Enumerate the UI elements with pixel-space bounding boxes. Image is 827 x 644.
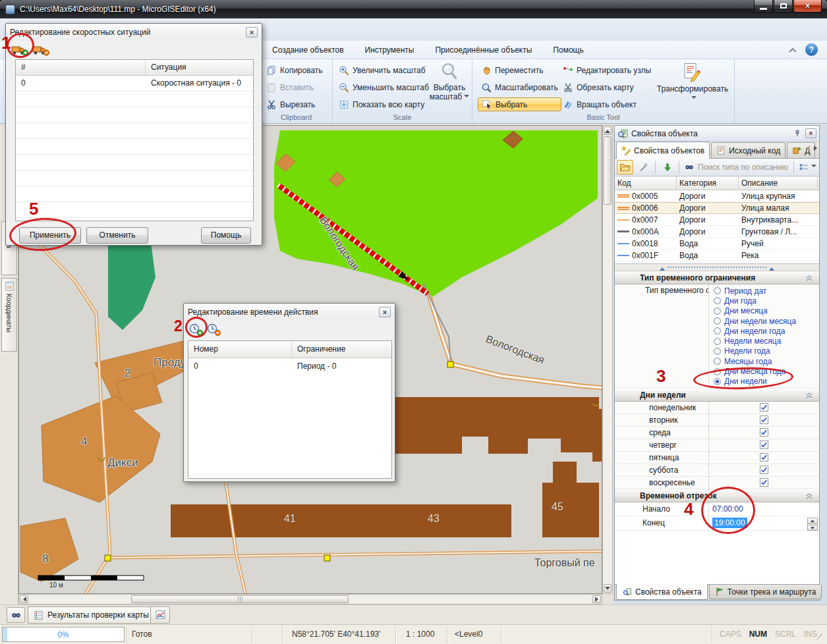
radio-option[interactable]: Дни недели года [712,326,816,336]
scroll-right-arrow[interactable] [592,595,601,603]
remove-situation-icon[interactable] [32,43,50,57]
checkbox-checked[interactable] [760,403,768,412]
help-button[interactable]: Помощь [201,227,251,244]
splitter-handle[interactable] [615,264,819,271]
radio-option[interactable]: Дни недели месяца [712,316,816,326]
dialog-title-bar[interactable]: Редактирование скоростных ситуаций × [6,24,262,41]
radio-option-selected[interactable]: Дни недели [712,377,816,387]
tab-object-properties-bottom[interactable]: Свойства объекта [616,584,708,600]
zoom-tool-button[interactable]: Масштабировать [478,80,561,94]
checkbox-checked[interactable] [760,428,768,437]
table-row[interactable]: 0x0007 Дороги Внутрикварта... [615,214,819,226]
tab-map-check-results[interactable]: Результаты проверки карты [28,606,155,624]
scroll-left-arrow[interactable] [20,595,28,603]
checkbox-checked[interactable] [760,466,768,474]
table-row[interactable]: 0x001F Вода Река [615,250,819,261]
search-type-placeholder[interactable]: Поиск типа по описанию [698,163,788,172]
tab-scroll-left-icon[interactable] [804,146,810,151]
sidebar-tab-coordinates[interactable]: Координаты [1,278,17,352]
scroll-down-arrow[interactable] [604,584,612,593]
radio-option[interactable]: Недели месяца [712,336,816,346]
fit-map-button[interactable]: Показать всю карту [335,97,432,111]
situation-row[interactable]: 0 Скоростная ситуация - 0 [16,76,253,92]
apply-button[interactable]: Применить [19,227,81,244]
tab-track-route-points[interactable]: Точки трека и маршрута [709,585,822,599]
magic-wand-button[interactable] [635,160,652,174]
scroll-thumb[interactable] [131,595,349,603]
time-limit-row[interactable]: 0 Период - 0 [188,358,391,375]
cancel-button[interactable]: Отменить [86,227,148,244]
spinner-down[interactable] [807,525,818,531]
ribbon-tab-help[interactable]: Помощь [544,43,592,57]
map-node[interactable] [105,555,111,561]
edit-nodes-button[interactable]: Редактировать узлы [559,63,654,77]
radio-option[interactable]: Дни месяца года [712,366,816,376]
time-spinner[interactable] [807,518,818,531]
checkbox-checked[interactable] [760,416,768,424]
dialog-close-button[interactable]: × [246,27,258,38]
rotate-object-button[interactable]: Вращать объект [559,97,654,111]
open-type-file-button[interactable] [617,160,633,174]
pin-icon[interactable] [793,128,802,138]
map-node[interactable] [447,362,453,367]
table-row[interactable]: 0x0005 Дороги Улица крупная [615,190,819,202]
checkbox-checked[interactable] [760,478,768,487]
collapse-ribbon-icon[interactable] [788,47,797,53]
tab-object-properties[interactable]: Свойства объектов [616,142,710,159]
checkbox-checked[interactable] [760,441,768,449]
zoom-out-button[interactable]: Уменьшить масштаб [335,80,432,94]
crop-map-button[interactable]: Обрезать карту [559,80,654,94]
tab-scroll-right-icon[interactable] [814,146,820,151]
table-row[interactable]: 0x0018 Вода Ручей [615,238,819,250]
map-node[interactable] [324,555,330,561]
remove-time-limit-icon[interactable] [207,323,221,336]
radio-icon [714,348,721,355]
section-timespan[interactable]: Временной отрезок [615,489,819,502]
scroll-thumb[interactable] [604,136,612,205]
scroll-up-arrow[interactable] [604,126,612,135]
help-icon[interactable]: ? [805,43,818,56]
restore-button[interactable] [774,0,793,13]
apply-type-button[interactable] [659,160,675,174]
radio-option[interactable]: Месяцы года [712,356,816,366]
map-horizontal-scrollbar[interactable] [18,594,602,604]
panel-close-button[interactable]: × [805,128,816,138]
cut-button[interactable]: Вырезать [263,97,326,111]
end-time-field[interactable]: 19:00:00 [709,517,819,529]
close-button[interactable]: × [793,0,822,13]
chart-view-button[interactable] [150,606,170,624]
tab-source-code[interactable]: Исходный код [711,142,785,158]
pick-scale-button[interactable]: Выбрать масштаб [428,61,471,101]
properties-icon [622,587,632,597]
section-weekdays[interactable]: Дни недели [615,389,819,402]
transform-button[interactable]: Трансформировать [654,61,731,103]
checkbox-checked[interactable] [760,453,768,462]
resize-grip[interactable] [817,634,826,643]
ribbon-tab-create-objects[interactable]: Создание объектов [264,43,353,57]
zoom-in-button[interactable]: Увеличить масштаб [335,63,432,77]
add-time-limit-icon[interactable] [189,323,204,336]
start-time-field[interactable]: 07:00:00 [709,503,819,515]
list-view-options-button[interactable] [797,160,817,174]
table-row[interactable]: 0x000A Дороги Грунтовая / Л... [615,226,819,238]
minimize-button[interactable] [754,0,773,13]
radio-option[interactable]: Дни месяца [712,306,816,316]
search-type-button[interactable] [683,160,696,174]
radio-option[interactable]: Период дат [712,286,816,296]
dialog-title-bar[interactable]: Редактирование времени действия × [184,304,395,321]
select-tool-button[interactable]: Выбрать [478,97,561,111]
radio-option[interactable]: Дни года [712,296,816,306]
search-results-button[interactable] [7,607,25,623]
map-vertical-scrollbar[interactable] [602,125,613,594]
table-row-selected[interactable]: 0x0006 Дороги Улица малая [615,202,819,214]
ribbon-tab-tools[interactable]: Инструменты [356,43,423,57]
radio-option[interactable]: Недели года [712,346,816,356]
section-restriction-type[interactable]: Тип временного ограничения [615,271,819,284]
dialog-close-button[interactable]: × [379,307,391,317]
move-button[interactable]: Переместить [478,63,561,77]
copy-button[interactable]: Копировать [263,63,326,77]
spinner-up[interactable] [807,518,818,524]
ribbon-tab-attached-objects[interactable]: Присоединённые объекты [426,43,540,57]
paste-button[interactable]: Вставить [263,80,326,94]
add-situation-icon[interactable] [11,43,29,57]
